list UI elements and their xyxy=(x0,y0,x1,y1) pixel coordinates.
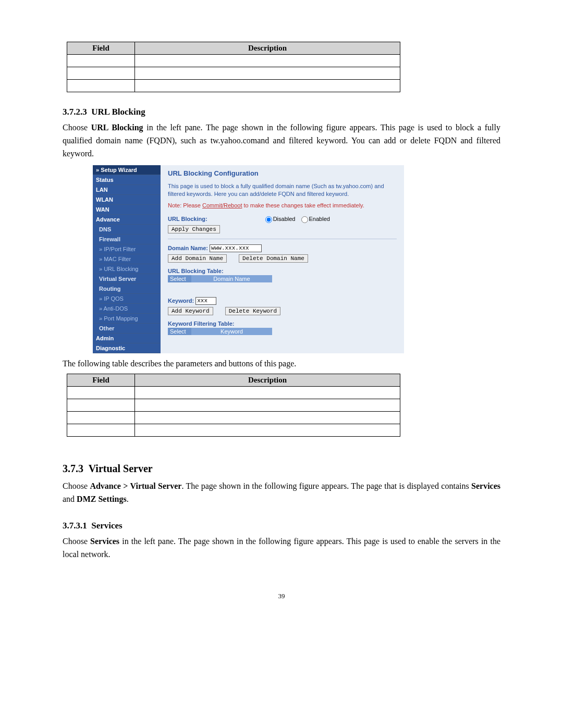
keyword-input[interactable] xyxy=(195,297,216,305)
keyword-filtering-table: Select Keyword xyxy=(168,328,272,335)
table-row xyxy=(67,55,400,67)
nav-urlblocking[interactable]: » URL Blocking xyxy=(93,264,161,274)
nav-virtual-server[interactable]: Virtual Server xyxy=(93,274,161,284)
table-header-description: Description xyxy=(135,374,400,387)
table-header-description: Description xyxy=(135,42,400,55)
table-row xyxy=(67,424,400,437)
nav-antidos[interactable]: » Anti-DOS xyxy=(93,304,161,314)
separator xyxy=(168,239,397,239)
add-domain-button[interactable]: Add Domain Name xyxy=(168,254,227,263)
table-header-field: Field xyxy=(67,42,135,55)
nav-firewall[interactable]: Firewall xyxy=(93,235,161,244)
domain-name-input[interactable] xyxy=(210,244,262,252)
radio-enabled-label: Enabled xyxy=(309,216,330,222)
radio-disabled-label: Disabled xyxy=(273,216,296,222)
nav-status[interactable]: Status xyxy=(93,175,161,185)
page-number: 39 xyxy=(63,592,500,600)
heading-title: Virtual Server xyxy=(89,463,153,474)
heading-services: 3.7.3.1 Services xyxy=(63,521,500,531)
nav-dns[interactable]: DNS xyxy=(93,225,161,235)
heading-title: URL Blocking xyxy=(91,107,145,117)
nav-ipqos[interactable]: » IP QOS xyxy=(93,294,161,304)
keyword-label: Keyword: xyxy=(168,297,194,303)
nav-diagnostic[interactable]: Diagnostic xyxy=(93,343,161,353)
field-description-table-1: Field Description xyxy=(67,42,400,92)
content-description: This page is used to block a fully quali… xyxy=(168,182,397,198)
virtual-server-intro: Choose Advance > Virtual Server. The pag… xyxy=(63,480,500,506)
router-nav: » Setup Wizard Status LAN WLAN WAN Advan… xyxy=(93,165,161,353)
heading-number: 3.7.3.1 xyxy=(63,521,87,530)
nav-wan[interactable]: WAN xyxy=(93,205,161,215)
apply-changes-button[interactable]: Apply Changes xyxy=(168,225,220,233)
table-header-field: Field xyxy=(67,374,135,387)
delete-domain-button[interactable]: Delete Domain Name xyxy=(239,254,308,263)
table-row xyxy=(67,67,400,80)
table-col-select: Select xyxy=(168,275,191,282)
nav-portmapping[interactable]: » Port Mapping xyxy=(93,314,161,324)
url-blocking-table-title: URL Blocking Table: xyxy=(168,268,397,274)
router-screenshot: » Setup Wizard Status LAN WLAN WAN Advan… xyxy=(93,165,404,353)
router-content: URL Blocking Configuration This page is … xyxy=(161,165,404,353)
table-row xyxy=(67,412,400,424)
heading-url-blocking: 3.7.2.3 URL Blocking xyxy=(63,107,500,117)
nav-setup-wizard[interactable]: » Setup Wizard xyxy=(93,165,161,175)
delete-keyword-button[interactable]: Delete Keyword xyxy=(225,307,280,315)
services-intro: Choose Services in the left pane. The pa… xyxy=(63,535,500,561)
table-row xyxy=(67,80,400,92)
nav-routing[interactable]: Routing xyxy=(93,284,161,294)
heading-title: Services xyxy=(91,521,122,530)
table-row xyxy=(67,399,400,412)
table2-intro: The following table describes the parame… xyxy=(63,357,500,371)
field-description-table-2: Field Description xyxy=(67,374,400,437)
radio-disabled[interactable] xyxy=(265,216,272,223)
url-blocking-intro: Choose URL Blocking in the left pane. Th… xyxy=(63,121,500,160)
heading-number: 3.7.2.3 xyxy=(63,107,87,117)
heading-number: 3.7.3 xyxy=(63,463,83,474)
heading-virtual-server: 3.7.3 Virtual Server xyxy=(63,463,500,475)
url-blocking-table: Select Domain Name xyxy=(168,275,272,282)
nav-advance[interactable]: Advance xyxy=(93,215,161,225)
url-blocking-row: URL Blocking: Disabled Enabled xyxy=(168,216,397,223)
nav-ipport[interactable]: » IP/Port Filter xyxy=(93,244,161,254)
url-blocking-label: URL Blocking: xyxy=(168,216,207,222)
add-keyword-button[interactable]: Add Keyword xyxy=(168,307,213,315)
table-row xyxy=(67,387,400,399)
commit-reboot-link[interactable]: Commit/Reboot xyxy=(202,202,242,208)
nav-other[interactable]: Other xyxy=(93,324,161,334)
content-title: URL Blocking Configuration xyxy=(168,169,397,177)
keyword-table-title: Keyword Filtering Table: xyxy=(168,320,397,327)
nav-lan[interactable]: LAN xyxy=(93,185,161,195)
nav-macfilter[interactable]: » MAC Filter xyxy=(93,254,161,264)
nav-admin[interactable]: Admin xyxy=(93,334,161,343)
nav-wlan[interactable]: WLAN xyxy=(93,195,161,205)
radio-enabled[interactable] xyxy=(301,216,308,223)
domain-name-label: Domain Name: xyxy=(168,244,208,251)
content-note: Note: Please Commit/Reboot to make these… xyxy=(168,202,397,208)
table-col-domain: Domain Name xyxy=(191,275,272,282)
table-col-select: Select xyxy=(168,328,191,335)
table-col-keyword: Keyword xyxy=(191,328,272,335)
